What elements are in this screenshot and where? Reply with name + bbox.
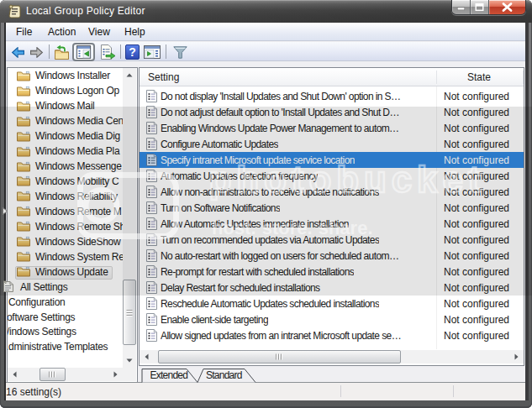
- svg-text:?: ?: [129, 45, 136, 59]
